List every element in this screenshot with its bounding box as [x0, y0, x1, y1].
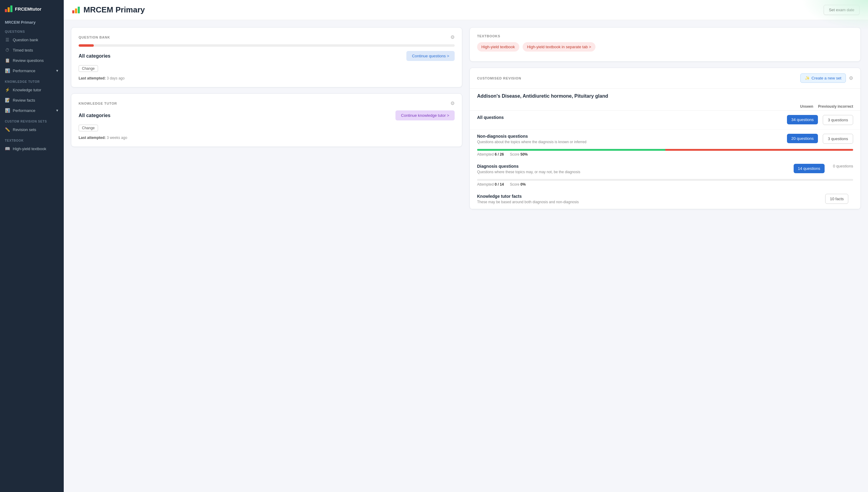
- sidebar-item-textbook[interactable]: 📖 High-yield textbook: [0, 144, 64, 154]
- page-title-area: MRCEM Primary: [72, 5, 145, 15]
- kt-category-row: All categories Continue knowledge tutor …: [79, 110, 455, 120]
- nd-progress-fill: [477, 149, 853, 151]
- nd-incorrect-button[interactable]: 3 questions: [823, 134, 853, 144]
- chevron-down-icon: ▼: [55, 69, 59, 73]
- kt-last-attempted: Last attempted: 3 weeks ago: [79, 136, 455, 140]
- nd-stats: Attempted 6 / 26 Score 50%: [477, 152, 853, 156]
- textbook-icon: 📖: [5, 146, 10, 151]
- performance-tutor-icon: 📊: [5, 108, 10, 113]
- sidebar-item-performance-questions[interactable]: 📊 Performance ▼: [0, 66, 64, 76]
- qb-category: All categories: [79, 53, 111, 59]
- non-diagnosis-sub: Questions about the topics where the dia…: [477, 140, 782, 145]
- col-incorrect-header: Previously incorrect: [818, 104, 853, 108]
- revision-row-info-facts: Knowledge tutor facts These may be based…: [477, 194, 820, 205]
- all-questions-incorrect-col: 3 questions: [818, 115, 853, 125]
- dq-unseen-button[interactable]: 14 questions: [794, 164, 825, 173]
- review-facts-icon: 📝: [5, 98, 10, 102]
- textbook-link-1[interactable]: High-yield textbook: [477, 42, 519, 52]
- revision-row-diagnosis: Diagnosis questions Questions where thes…: [470, 159, 861, 190]
- kt-change-button[interactable]: Change: [79, 125, 98, 131]
- create-new-set-button[interactable]: ✨ Create a new set: [800, 73, 846, 83]
- customised-revision-title: CUSTOMISED REVISION: [477, 76, 521, 80]
- textbook-link-2[interactable]: High-yield textbook in separate tab >: [523, 42, 595, 52]
- sidebar-item-knowledge-tutor[interactable]: ⚡ Knowledge tutor: [0, 84, 64, 95]
- revision-row-info-nd: Non-diagnosis questions Questions about …: [477, 134, 782, 145]
- facts-button[interactable]: 10 facts: [825, 194, 848, 204]
- qb-last-attempted: Last attempted: 3 days ago: [79, 76, 455, 80]
- knowledge-tutor-card: KNOWLEDGE TUTOR ⚙ All categories Continu…: [71, 93, 462, 147]
- dq-stats: Attempted 0 / 14 Score 0%: [477, 182, 853, 187]
- col-unseen-header: Unseen: [780, 104, 813, 108]
- sidebar-item-revision-sets[interactable]: ✏️ Revision sets: [0, 124, 64, 135]
- non-diagnosis-label: Non-diagnosis questions: [477, 134, 782, 139]
- diagnosis-sub: Questions where these topics may, or may…: [477, 170, 789, 175]
- facts-unseen-col: 10 facts: [820, 194, 848, 204]
- qb-settings-icon[interactable]: ⚙: [450, 34, 455, 40]
- sidebar-section-textbook: Textbook: [0, 135, 64, 144]
- sidebar-item-label: Timed tests: [13, 48, 33, 52]
- revision-settings-icon[interactable]: ⚙: [849, 75, 853, 81]
- sidebar-item-label: Revision sets: [13, 127, 36, 132]
- sidebar-item-label: Performance: [13, 108, 35, 113]
- sidebar-section-knowledge: Knowledge Tutor: [0, 76, 64, 84]
- dq-incorrect-col: 0 questions: [825, 164, 853, 168]
- revision-row-non-diagnosis: Non-diagnosis questions Questions about …: [470, 129, 861, 159]
- question-bank-icon: ☰: [5, 37, 10, 42]
- card-header-kt: KNOWLEDGE TUTOR ⚙: [79, 100, 455, 106]
- sidebar-item-question-bank[interactable]: ☰ Question bank: [0, 34, 64, 45]
- sidebar-item-label: High-yield textbook: [13, 147, 46, 151]
- timed-tests-icon: ⏱: [5, 48, 10, 52]
- knowledge-tutor-icon: ⚡: [5, 88, 10, 92]
- dq-unseen-col: 14 questions: [789, 164, 825, 173]
- sidebar-item-label: Review facts: [13, 98, 35, 102]
- dq-zero-questions: 0 questions: [829, 164, 853, 168]
- facts-label: Knowledge tutor facts: [477, 194, 820, 199]
- qb-progress-fill: [79, 44, 94, 47]
- revision-header-actions: ✨ Create a new set ⚙: [800, 73, 853, 83]
- revision-set-name: Addison's Disease, Antidiuretic hormone,…: [470, 89, 861, 102]
- sidebar-item-timed-tests[interactable]: ⏱ Timed tests: [0, 45, 64, 55]
- chevron-down-icon-2: ▼: [55, 108, 59, 112]
- diagnosis-label: Diagnosis questions: [477, 164, 789, 169]
- revision-table-header: Unseen Previously incorrect: [470, 102, 861, 111]
- qb-category-row: All categories Continue questions >: [79, 51, 455, 61]
- all-questions-label: All questions: [477, 115, 782, 120]
- sidebar-item-review-facts[interactable]: 📝 Review facts: [0, 95, 64, 105]
- page-title: MRCEM Primary: [83, 5, 145, 15]
- revision-card-header: CUSTOMISED REVISION ✨ Create a new set ⚙: [470, 68, 861, 89]
- top-header: MRCEM Primary Set exam date: [64, 0, 868, 20]
- qb-section-title: QUESTION BANK: [79, 35, 110, 39]
- sidebar-logo[interactable]: FRCEMtutor: [0, 0, 64, 18]
- nd-progress-area: Attempted 6 / 26 Score 50%: [470, 149, 861, 159]
- main-content: MRCEM Primary Set exam date QUESTION BAN…: [64, 0, 868, 492]
- all-questions-incorrect-button[interactable]: 3 questions: [823, 115, 853, 125]
- app-name: FRCEMtutor: [15, 6, 41, 11]
- sidebar-item-label: Question bank: [13, 38, 38, 42]
- qb-change-button[interactable]: Change: [79, 65, 98, 72]
- logo-icon: [5, 5, 13, 12]
- content-area: QUESTION BANK ⚙ All categories Continue …: [64, 20, 868, 492]
- all-questions-unseen-col: 34 questions: [782, 115, 818, 124]
- title-icon: [72, 7, 80, 13]
- sidebar-section-custom-revision: Custom Revision Sets: [0, 116, 64, 124]
- nd-unseen-col: 20 questions: [782, 134, 818, 143]
- card-header-qb: QUESTION BANK ⚙: [79, 34, 455, 40]
- revision-row-non-diagnosis-top: Non-diagnosis questions Questions about …: [470, 129, 861, 149]
- sidebar: FRCEMtutor MRCEM Primary Questions ☰ Que…: [0, 0, 64, 492]
- sidebar-item-review-questions[interactable]: 📋 Review questions: [0, 55, 64, 66]
- textbooks-title: TEXTBOOKS: [477, 34, 853, 38]
- customised-revision-card: CUSTOMISED REVISION ✨ Create a new set ⚙…: [469, 68, 861, 209]
- dq-progress-fill: [477, 179, 853, 181]
- continue-knowledge-tutor-button[interactable]: Continue knowledge tutor >: [395, 110, 455, 120]
- review-questions-icon: 📋: [5, 58, 10, 63]
- sidebar-item-performance-tutor[interactable]: 📊 Performance ▼: [0, 105, 64, 116]
- revision-row-diagnosis-top: Diagnosis questions Questions where thes…: [470, 159, 861, 179]
- kt-settings-icon[interactable]: ⚙: [450, 100, 455, 106]
- facts-sub: These may be based around both diagnosis…: [477, 200, 820, 205]
- nd-incorrect-col: 3 questions: [818, 134, 853, 144]
- set-exam-date-button[interactable]: Set exam date: [824, 5, 860, 15]
- continue-questions-button[interactable]: Continue questions >: [406, 51, 455, 61]
- all-questions-unseen-button[interactable]: 34 questions: [787, 115, 818, 124]
- nd-unseen-button[interactable]: 20 questions: [787, 134, 818, 143]
- qb-progress-bar: [79, 44, 455, 47]
